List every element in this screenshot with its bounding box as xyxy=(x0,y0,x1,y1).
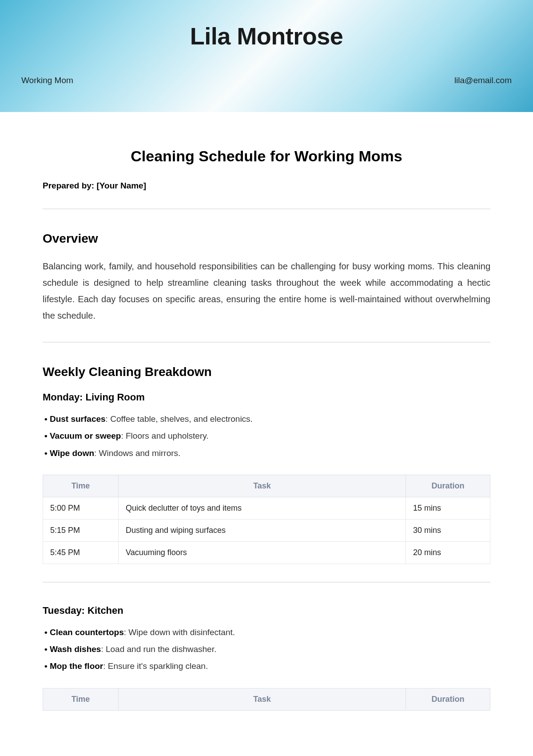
table-row: 5:45 PMVacuuming floors20 mins xyxy=(43,541,490,564)
th-time: Time xyxy=(43,688,119,710)
document-title: Cleaning Schedule for Working Moms xyxy=(43,148,490,165)
table-row: 5:00 PMQuick declutter of toys and items… xyxy=(43,497,490,519)
task-desc: : Windows and mirrors. xyxy=(94,448,180,458)
task-desc: : Coffee table, shelves, and electronics… xyxy=(106,414,253,424)
overview-heading: Overview xyxy=(43,232,490,246)
overview-body: Balancing work, family, and household re… xyxy=(43,258,490,324)
header-email: lila@email.com xyxy=(454,76,512,85)
cell-task: Vacuuming floors xyxy=(119,541,406,564)
th-duration: Duration xyxy=(406,475,490,497)
th-task: Task xyxy=(119,475,406,497)
list-item: Wash dishes: Load and run the dishwasher… xyxy=(44,642,490,656)
cell-task: Quick declutter of toys and items xyxy=(119,497,406,519)
monday-table: Time Task Duration 5:00 PMQuick declutte… xyxy=(43,475,490,564)
th-duration: Duration xyxy=(406,688,490,710)
tuesday-heading: Tuesday: Kitchen xyxy=(43,605,490,616)
document-header: Lila Montrose Working Mom lila@email.com xyxy=(0,0,533,112)
th-task: Task xyxy=(119,688,406,710)
cell-time: 5:15 PM xyxy=(43,519,119,541)
list-item: Dust surfaces: Coffee table, shelves, an… xyxy=(44,412,490,426)
cell-duration: 30 mins xyxy=(406,519,490,541)
cell-time: 5:45 PM xyxy=(43,541,119,564)
divider xyxy=(43,582,490,583)
document-content: Cleaning Schedule for Working Moms Prepa… xyxy=(0,112,533,728)
task-label: Clean countertops xyxy=(50,628,124,637)
th-time: Time xyxy=(43,475,119,497)
list-item: Mop the floor: Ensure it's sparkling cle… xyxy=(44,659,490,673)
tuesday-table: Time Task Duration xyxy=(43,688,490,711)
cell-duration: 15 mins xyxy=(406,497,490,519)
cell-duration: 20 mins xyxy=(406,541,490,564)
table-row: 5:15 PMDusting and wiping surfaces30 min… xyxy=(43,519,490,541)
task-label: Dust surfaces xyxy=(50,414,106,424)
prepared-by: Prepared by: [Your Name] xyxy=(43,181,490,191)
divider xyxy=(43,208,490,209)
task-label: Vacuum or sweep xyxy=(50,431,121,440)
divider xyxy=(43,342,490,343)
cell-time: 5:00 PM xyxy=(43,497,119,519)
task-desc: : Ensure it's sparkling clean. xyxy=(103,661,208,671)
list-item: Vacuum or sweep: Floors and upholstery. xyxy=(44,429,490,443)
task-label: Wash dishes xyxy=(50,644,101,654)
monday-heading: Monday: Living Room xyxy=(43,392,490,403)
breakdown-heading: Weekly Cleaning Breakdown xyxy=(43,365,490,379)
tuesday-task-list: Clean countertops: Wipe down with disinf… xyxy=(43,625,490,674)
task-desc: : Wipe down with disinfectant. xyxy=(124,628,235,637)
header-role: Working Mom xyxy=(21,76,73,85)
task-desc: : Floors and upholstery. xyxy=(121,431,208,440)
monday-task-list: Dust surfaces: Coffee table, shelves, an… xyxy=(43,412,490,460)
task-label: Mop the floor xyxy=(50,661,103,671)
task-desc: : Load and run the dishwasher. xyxy=(101,644,216,654)
list-item: Clean countertops: Wipe down with disinf… xyxy=(44,625,490,640)
list-item: Wipe down: Windows and mirrors. xyxy=(44,446,490,460)
task-label: Wipe down xyxy=(50,448,94,458)
header-name: Lila Montrose xyxy=(21,22,512,50)
cell-task: Dusting and wiping surfaces xyxy=(119,519,406,541)
